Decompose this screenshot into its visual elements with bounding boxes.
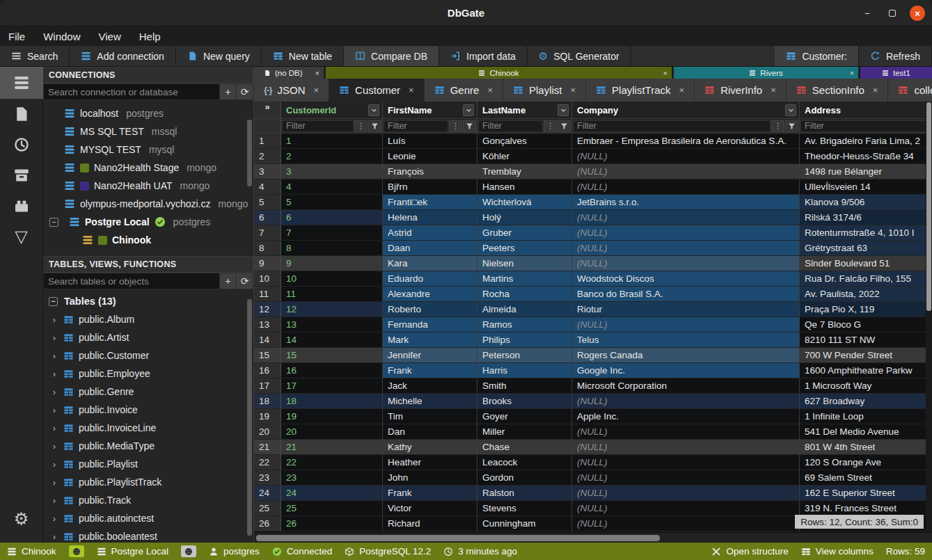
grid-cell[interactable]: 13	[281, 317, 383, 333]
grid-cell[interactable]: Mark	[383, 333, 477, 348]
chevron-right-icon[interactable]: ›	[50, 314, 58, 325]
grid-cell[interactable]: 700 W Pender Street	[800, 348, 932, 363]
add-connection-small-button[interactable]: +	[220, 83, 237, 100]
rail-files[interactable]	[0, 99, 43, 129]
grid-cell[interactable]: 17	[281, 378, 383, 394]
grid-cell[interactable]: 801 W 4th Street	[800, 440, 932, 455]
connection-item[interactable]: olympus-medportal.vychozi.cz mongo	[43, 195, 253, 213]
row-number[interactable]: 2	[254, 149, 281, 164]
close-icon[interactable]: ×	[771, 85, 776, 95]
row-number[interactable]: 22	[254, 455, 281, 470]
grid-cell[interactable]: Richard	[383, 516, 477, 531]
grid-cell[interactable]: Av. Paulista, 2022	[800, 287, 932, 302]
grid-cell[interactable]: (NULL)	[572, 179, 800, 195]
connection-item[interactable]: MYSQL TEST mysql	[43, 141, 253, 159]
database-item[interactable]: Chinook	[43, 231, 253, 249]
row-number[interactable]: 6	[254, 210, 281, 225]
connection-item[interactable]: Nano2Health Stage mongo	[43, 159, 253, 177]
context-tab-label[interactable]: Customer:	[775, 46, 859, 66]
grid-cell[interactable]: (NULL)	[572, 440, 800, 455]
connection-item[interactable]: Nano2Health UAT mongo	[43, 177, 253, 195]
tables-scrollbar[interactable]	[247, 299, 252, 536]
grid-cell[interactable]: Smith	[477, 378, 572, 394]
grid-cell[interactable]: Kathy	[383, 440, 477, 455]
close-button[interactable]: ×	[910, 6, 925, 21]
grid-cell[interactable]: 1600 Amphitheatre Parkw	[800, 363, 932, 378]
tab-playlist[interactable]: Playlist ×	[503, 79, 586, 102]
grid-cell[interactable]: 25	[281, 501, 383, 516]
grid-cell[interactable]: Tremblay	[477, 164, 572, 179]
grid-cell[interactable]: Holý	[477, 210, 572, 225]
row-number[interactable]: 13	[254, 317, 281, 333]
grid-cell[interactable]: Kara	[383, 256, 477, 271]
grid-cell[interactable]: Chase	[477, 440, 572, 455]
close-icon[interactable]: ×	[850, 69, 854, 77]
filter-input[interactable]	[384, 120, 448, 132]
grid-vertical-scrollbar[interactable]	[926, 102, 932, 532]
grid-cell[interactable]: 12	[281, 302, 383, 317]
grid-cell[interactable]: 1 Microsoft Way	[800, 378, 932, 394]
grid-cell[interactable]: (NULL)	[572, 501, 800, 516]
grid-cell[interactable]: Klanova 9/506	[800, 195, 932, 210]
database-color-button[interactable]	[69, 545, 84, 557]
chevron-right-icon[interactable]: ›	[50, 405, 58, 415]
chevron-right-icon[interactable]: ›	[50, 531, 58, 542]
filter-input[interactable]	[800, 120, 931, 132]
grid-horizontal-scrollbar[interactable]	[254, 532, 932, 543]
row-number[interactable]: 5	[254, 195, 281, 210]
grid-cell[interactable]: Theodor-Heuss-Straße 34	[800, 149, 932, 164]
table-list-item[interactable]: ›public.PlaylistTrack	[43, 473, 253, 491]
grid-cell[interactable]: (NULL)	[572, 470, 800, 486]
grid-cell[interactable]: 162 E Superior Street	[800, 486, 932, 501]
grid-cell[interactable]: Praça Pio X, 119	[800, 302, 932, 317]
grid-cell[interactable]: (NULL)	[572, 424, 800, 440]
grid-cell[interactable]: (NULL)	[572, 225, 800, 241]
tab-playlisttrack[interactable]: PlaylistTrack ×	[586, 79, 695, 102]
grid-cell[interactable]: Woodstock Discos	[572, 271, 800, 287]
grid-cell[interactable]: François	[383, 164, 477, 179]
filter-button[interactable]	[368, 120, 381, 132]
filter-input[interactable]	[573, 120, 771, 132]
tables-group-row[interactable]: − Tables (13)	[43, 292, 253, 310]
column-header-company[interactable]: Company	[572, 102, 800, 118]
table-list-item[interactable]: ›public.autoinctest	[43, 509, 253, 527]
tables-search-input[interactable]	[43, 273, 220, 289]
status-connection[interactable]: Postgre Local	[97, 546, 169, 557]
grid-cell[interactable]: Qe 7 Bloco G	[800, 317, 932, 333]
grid-cell[interactable]: 23	[281, 470, 383, 486]
row-number[interactable]: 9	[254, 256, 281, 271]
tab-group-test1[interactable]: test1	[860, 67, 932, 79]
scrollbar-thumb[interactable]	[926, 102, 931, 311]
chevron-right-icon[interactable]: ›	[50, 477, 58, 488]
grid-cell[interactable]: JetBrains s.r.o.	[572, 195, 800, 210]
grid-cell[interactable]: 4	[281, 179, 383, 195]
grid-cell[interactable]: (NULL)	[572, 164, 800, 179]
column-menu-button[interactable]	[368, 104, 379, 116]
sql-generator-button[interactable]: ⚙ SQL Generator	[528, 46, 631, 66]
grid-cell[interactable]: Banco do Brasil S.A.	[572, 287, 800, 302]
table-list-item[interactable]: ›public.Customer	[43, 346, 253, 365]
table-list-item[interactable]: ›public.Track	[43, 491, 253, 509]
grid-cell[interactable]: (NULL)	[572, 516, 800, 531]
row-number[interactable]: 3	[254, 164, 281, 179]
grid-cell[interactable]: 5	[281, 195, 383, 210]
row-number[interactable]: 17	[254, 378, 281, 394]
grid-cell[interactable]: 14	[281, 333, 383, 348]
row-number[interactable]: 12	[254, 302, 281, 317]
grid-cell[interactable]: Miller	[477, 424, 572, 440]
grid-cell[interactable]: Rilská 3174/6	[800, 210, 932, 225]
chevron-right-icon[interactable]: ›	[50, 387, 58, 397]
grid-cell[interactable]: Riotur	[572, 302, 800, 317]
row-number[interactable]: 23	[254, 470, 281, 486]
refresh-tables-button[interactable]: ⟳	[237, 273, 253, 289]
filter-button[interactable]	[463, 120, 476, 132]
grid-cell[interactable]: Gonçalves	[477, 134, 572, 149]
grid-cell[interactable]: Ramos	[477, 317, 572, 333]
grid-cell[interactable]: 9	[281, 256, 383, 271]
rail-history[interactable]	[0, 129, 43, 160]
add-connection-button[interactable]: Add connection	[70, 46, 176, 66]
table-list-item[interactable]: ›public.Invoice	[43, 401, 253, 419]
grid-cell[interactable]: Köhler	[477, 149, 572, 164]
column-menu-button[interactable]	[463, 104, 474, 116]
grid-cell[interactable]: Luís	[383, 134, 477, 149]
